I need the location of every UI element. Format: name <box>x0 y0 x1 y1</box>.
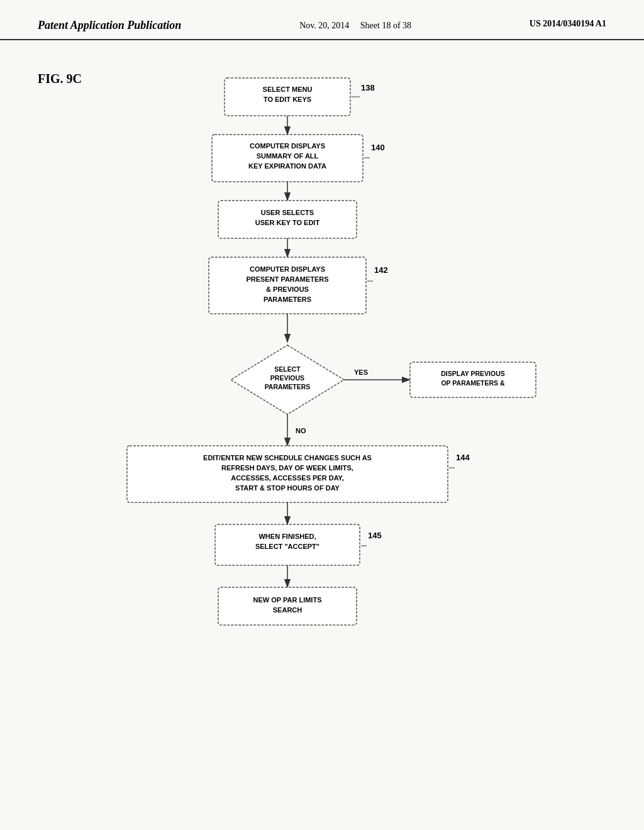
svg-text:SELECT "ACCEPT": SELECT "ACCEPT" <box>255 543 319 550</box>
svg-text:PARAMETERS: PARAMETERS <box>264 296 311 303</box>
svg-text:145: 145 <box>368 531 382 540</box>
svg-text:WHEN FINISHED,: WHEN FINISHED, <box>258 533 316 540</box>
svg-text:EDIT/ENTER NEW SCHEDULE CHANGE: EDIT/ENTER NEW SCHEDULE CHANGES SUCH AS <box>203 454 372 462</box>
page: Patent Application Publication Nov. 20, … <box>0 0 644 830</box>
svg-text:TO EDIT KEYS: TO EDIT KEYS <box>264 96 311 103</box>
svg-text:138: 138 <box>361 83 375 92</box>
svg-text:START & STOP HOURS OF DAY: START & STOP HOURS OF DAY <box>235 484 340 492</box>
svg-text:KEY EXPIRATION DATA: KEY EXPIRATION DATA <box>248 162 326 170</box>
svg-text:OP PARAMETERS &: OP PARAMETERS & <box>441 379 505 387</box>
page-header: Patent Application Publication Nov. 20, … <box>0 0 644 40</box>
figure-label: FIG. 9C <box>38 72 82 86</box>
svg-text:142: 142 <box>374 265 388 275</box>
svg-text:SEARCH: SEARCH <box>273 606 303 614</box>
svg-text:YES: YES <box>354 368 368 376</box>
svg-text:REFRESH DAYS, DAY OF WEEK LIMI: REFRESH DAYS, DAY OF WEEK LIMITS, <box>221 464 353 472</box>
svg-text:& PREVIOUS: & PREVIOUS <box>266 285 309 293</box>
publication-date-sheet: Nov. 20, 2014 Sheet 18 of 38 <box>299 19 411 33</box>
sheet-info: Sheet 18 of 38 <box>360 21 411 30</box>
svg-text:SELECT: SELECT <box>274 365 301 373</box>
flowchart-svg: SELECT MENU TO EDIT KEYS 138 COMPUTER DI… <box>77 72 567 801</box>
svg-text:144: 144 <box>456 453 470 462</box>
diagram-area: FIG. 9C SELECT MENU TO EDIT KEYS 138 <box>0 40 644 826</box>
svg-text:COMPUTER DISPLAYS: COMPUTER DISPLAYS <box>250 265 325 273</box>
svg-text:PARAMETERS: PARAMETERS <box>265 383 311 390</box>
svg-text:140: 140 <box>371 143 385 152</box>
svg-text:DISPLAY PREVIOUS: DISPLAY PREVIOUS <box>441 370 505 377</box>
svg-text:NEW OP PAR LIMITS: NEW OP PAR LIMITS <box>253 596 322 604</box>
svg-text:USER KEY TO EDIT: USER KEY TO EDIT <box>255 219 320 226</box>
svg-text:SUMMARY OF ALL: SUMMARY OF ALL <box>257 152 319 160</box>
pub-date: Nov. 20, 2014 <box>299 21 349 30</box>
svg-text:USER SELECTS: USER SELECTS <box>261 209 314 216</box>
svg-text:PREVIOUS: PREVIOUS <box>270 374 304 382</box>
flowchart-container: SELECT MENU TO EDIT KEYS 138 COMPUTER DI… <box>38 72 606 801</box>
svg-text:COMPUTER DISPLAYS: COMPUTER DISPLAYS <box>250 142 325 150</box>
svg-text:ACCESSES, ACCESSES PER DAY,: ACCESSES, ACCESSES PER DAY, <box>231 474 344 482</box>
publication-number: US 2014/0340194 A1 <box>530 19 606 29</box>
svg-text:PRESENT PARAMETERS: PRESENT PARAMETERS <box>246 275 328 283</box>
publication-title: Patent Application Publication <box>38 19 181 32</box>
svg-text:SELECT MENU: SELECT MENU <box>263 86 313 93</box>
svg-text:NO: NO <box>296 427 306 434</box>
